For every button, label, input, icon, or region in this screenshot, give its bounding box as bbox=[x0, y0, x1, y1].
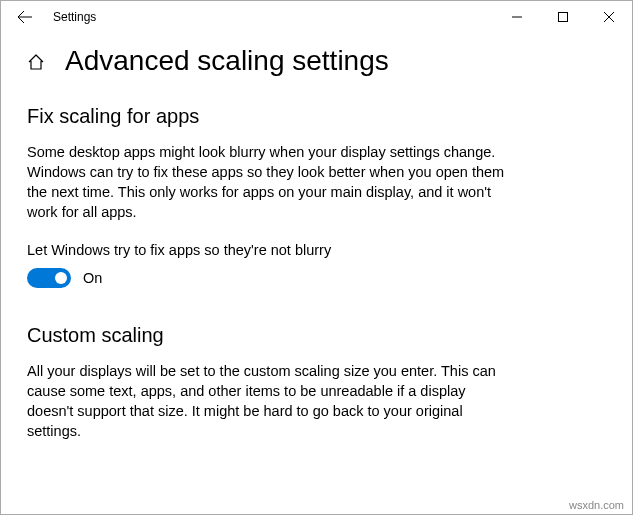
fix-scaling-description: Some desktop apps might look blurry when… bbox=[27, 142, 507, 222]
back-button[interactable] bbox=[9, 1, 41, 33]
watermark: wsxdn.com bbox=[569, 499, 624, 511]
fix-blurry-toggle-row: On bbox=[27, 268, 606, 288]
custom-scaling-heading: Custom scaling bbox=[27, 324, 606, 347]
titlebar: Settings bbox=[1, 1, 632, 33]
home-icon bbox=[27, 53, 45, 71]
fix-blurry-toggle-label: Let Windows try to fix apps so they're n… bbox=[27, 242, 606, 258]
page-header: Advanced scaling settings bbox=[27, 45, 606, 77]
minimize-button[interactable] bbox=[494, 1, 540, 33]
arrow-left-icon bbox=[17, 9, 33, 25]
custom-scaling-description: All your displays will be set to the cus… bbox=[27, 361, 507, 441]
content-area: Advanced scaling settings Fix scaling fo… bbox=[1, 33, 632, 441]
page-title: Advanced scaling settings bbox=[65, 45, 389, 77]
fix-scaling-heading: Fix scaling for apps bbox=[27, 105, 606, 128]
close-button[interactable] bbox=[586, 1, 632, 33]
maximize-button[interactable] bbox=[540, 1, 586, 33]
home-button[interactable] bbox=[27, 53, 45, 74]
close-icon bbox=[604, 12, 614, 22]
svg-rect-1 bbox=[559, 13, 568, 22]
fix-blurry-toggle[interactable] bbox=[27, 268, 71, 288]
maximize-icon bbox=[558, 12, 568, 22]
minimize-icon bbox=[512, 12, 522, 22]
window-controls bbox=[494, 1, 632, 33]
fix-blurry-toggle-state: On bbox=[83, 270, 102, 286]
window-title: Settings bbox=[53, 10, 96, 24]
